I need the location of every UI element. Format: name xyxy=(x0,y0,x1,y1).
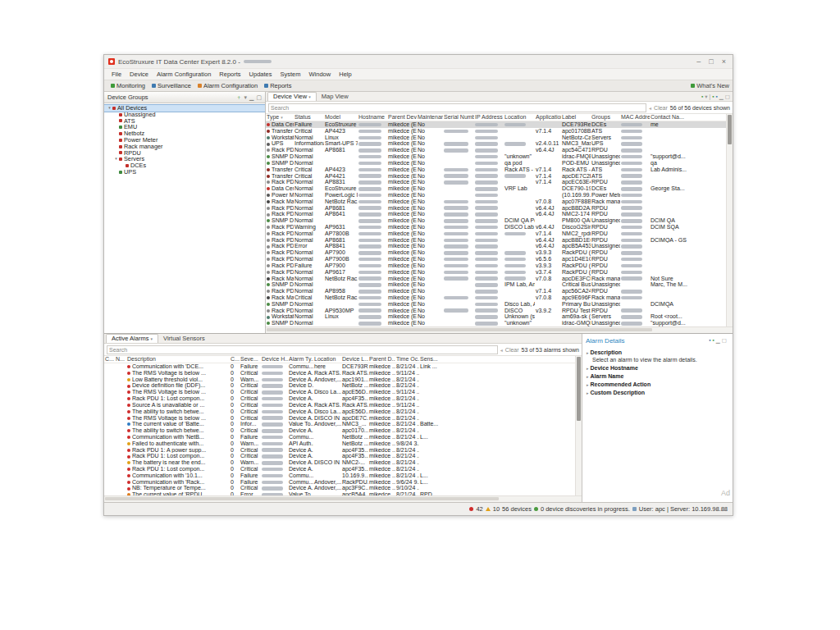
column-header[interactable]: Device H... xyxy=(261,356,288,363)
column-header[interactable]: Alarm Ty... xyxy=(288,356,313,363)
device-table-row[interactable]: Rack PDUNormalAP7900mikedce (Ec...Nov3.9… xyxy=(266,249,726,256)
device-table-row[interactable]: SNMP DeviNormalmikedce (Ec...NoDCIM QA P… xyxy=(266,217,726,224)
column-header[interactable]: Sens... xyxy=(419,356,575,363)
perspective-tab-alarm-configuration[interactable]: Alarm Configuration xyxy=(194,82,261,89)
device-table-row[interactable]: Rack PDUNormalAP9617mikedce (Ec...Nov3.7… xyxy=(266,269,726,276)
device-table-row[interactable]: Rack PDUErrorAP8841mikedce (Ec...Nov6.4.… xyxy=(266,243,726,249)
minimize-button[interactable]: – xyxy=(696,55,701,68)
alarm-table-row[interactable]: Rack PDU 1: A power supp...0CriticalDevi… xyxy=(104,447,575,454)
add-group-icon[interactable]: ＋ xyxy=(235,92,241,103)
device-table-row[interactable]: Rack PDUNormalAP8831mikedce (Ec...Nov7.1… xyxy=(266,179,726,185)
alarm-table-row[interactable]: The ability to switch betwe...0CriticalD… xyxy=(104,427,575,434)
column-header[interactable]: Parent Device xyxy=(387,114,417,121)
close-button[interactable]: × xyxy=(722,55,726,68)
menu-file[interactable]: File xyxy=(107,71,126,78)
column-header[interactable]: MAC Address xyxy=(620,114,650,121)
menu-updates[interactable]: Updates xyxy=(245,71,276,78)
column-header[interactable]: IP Address xyxy=(474,114,504,121)
add-device-icon[interactable]: ▪ xyxy=(701,93,703,101)
alarm-table-row[interactable]: Low Battery threshold viol...0Warn...Dev… xyxy=(104,377,575,383)
menu-window[interactable]: Window xyxy=(305,71,336,78)
perspective-tab-surveillance[interactable]: Surveillance xyxy=(148,82,194,89)
alarm-table-row[interactable]: Communication with 'Rack...0FailureCommu… xyxy=(104,479,575,486)
column-header[interactable]: Serial Number xyxy=(443,114,474,121)
refresh-icon[interactable]: ▪ xyxy=(712,93,714,101)
menu-alarm-configuration[interactable]: Alarm Configuration xyxy=(153,71,215,78)
column-header[interactable]: Parent D... xyxy=(368,356,395,363)
maximize-view-icon[interactable]: ▢ xyxy=(256,92,262,103)
alarm-table-row[interactable]: Device definition file (DDF)...0Critical… xyxy=(104,382,575,389)
column-header[interactable]: Status xyxy=(294,114,324,121)
device-table-row[interactable]: Rack ManagNormalNetBotz Rac...mikedce (E… xyxy=(266,276,726,282)
device-table-row[interactable]: Rack PDUNormalAP8681mikedce (Ec...Nov6.4… xyxy=(266,205,726,212)
menu-help[interactable]: Help xyxy=(335,71,355,78)
maximize-button[interactable]: □ xyxy=(709,55,713,68)
device-search-input[interactable] xyxy=(268,103,646,112)
minimize-pane-icon[interactable]: ▁ xyxy=(716,336,720,345)
column-header[interactable]: Label xyxy=(561,114,591,121)
alarm-search-input[interactable] xyxy=(107,345,498,354)
minimize-view-icon[interactable]: ▁ xyxy=(249,92,253,103)
column-header[interactable]: C... xyxy=(230,356,240,363)
filter-menu-icon[interactable]: ▾ xyxy=(705,93,707,101)
device-table-row[interactable]: Data CenterNormalEcoStruxure ...mikedce … xyxy=(266,185,726,192)
perspective-tab-monitoring[interactable]: Monitoring xyxy=(107,82,148,89)
column-header[interactable]: Location xyxy=(313,356,341,363)
device-table-row[interactable]: WorkstationNormalLinuxmikedce (Ec...NoNe… xyxy=(266,135,726,141)
device-table-row[interactable]: Rack PDUFailureAP7900mikedce (Ec...Nov3.… xyxy=(266,262,726,269)
device-table-row[interactable]: UPSInformationalSmart-UPS 7...mikedce (E… xyxy=(266,140,726,147)
tab-virtual-sensors[interactable]: Virtual Sensors xyxy=(158,335,210,343)
device-table-row[interactable]: Rack PDUNormalAP7800Bmikedce (Ec...Nov7.… xyxy=(266,231,726,237)
tab-active-alarms[interactable]: Active Alarms ▾ xyxy=(106,334,158,343)
column-header[interactable]: Time Oc... xyxy=(395,356,419,363)
device-table-row[interactable]: Rack PDUNormalAP8958mikedce (Ec...Nov7.1… xyxy=(266,288,726,294)
column-header[interactable]: Device L... xyxy=(341,356,368,363)
menu-device[interactable]: Device xyxy=(126,71,153,78)
tab-device-view[interactable]: Device View ▾ xyxy=(267,92,317,101)
column-header[interactable]: Seve... xyxy=(240,356,261,363)
column-header[interactable]: N... xyxy=(115,356,126,363)
device-table-row[interactable]: Data CenterFailureEcoStruxure ...mikedce… xyxy=(266,121,726,128)
maximize-pane-icon[interactable]: ▢ xyxy=(722,336,727,345)
alarm-table-row[interactable]: Rack PDU 1: Lost compon...0CriticalDevic… xyxy=(104,466,575,472)
device-table-row[interactable]: SNMP DeviNormalmikedce (Ec...No"unknown"… xyxy=(266,153,726,160)
column-header[interactable]: Hostname xyxy=(358,114,387,121)
column-header[interactable]: Groups xyxy=(591,114,620,121)
export-icon[interactable]: ▪ xyxy=(709,336,710,345)
column-header[interactable]: Description xyxy=(126,356,230,363)
alarm-table-row[interactable]: Source A is unavailable or ...0CriticalD… xyxy=(104,402,575,409)
column-header[interactable]: Contact Na... xyxy=(650,114,726,121)
alarm-table-row[interactable]: Communication with 'DCE...0FailureCommu.… xyxy=(104,363,575,370)
device-table-row[interactable]: Transfer SwiCriticalAP4421mikedce (Ec...… xyxy=(266,173,726,180)
pin-icon[interactable]: ▪ xyxy=(716,93,718,101)
device-table-row[interactable]: Rack PDUNormalAP7900Bmikedce (Ec...Nov6.… xyxy=(266,256,726,262)
alarm-table-vscrollbar[interactable] xyxy=(575,356,582,495)
history-icon[interactable]: ▪ xyxy=(713,336,714,345)
alarm-table-row[interactable]: The RMS Voltage is below ...0CriticalDev… xyxy=(104,415,575,422)
device-table-row[interactable]: WorkstationNormalLinuxmikedce (Ec...NoUn… xyxy=(266,313,726,320)
alarm-table-row[interactable]: The RMS Voltage is below ...0CriticalDev… xyxy=(104,370,575,377)
device-table-hscrollbar[interactable] xyxy=(266,326,733,333)
column-header[interactable]: Maintenanc... xyxy=(417,114,443,121)
device-table-row[interactable]: Rack PDUNormalAP8641mikedce (Ec...Nov6.4… xyxy=(266,211,726,217)
alarm-table-row[interactable]: The ability to switch betwe...0CriticalD… xyxy=(104,409,575,415)
perspective-tab-reports[interactable]: Reports xyxy=(261,82,294,89)
column-header[interactable]: Type ▾ xyxy=(266,114,294,121)
whats-new-link[interactable]: What's New xyxy=(691,82,729,89)
alarm-table-row[interactable]: Rack PDU 1: Lost compon...0CriticalDevic… xyxy=(104,395,575,402)
alarm-table-row[interactable]: The current value of 'Batte...0Infor...V… xyxy=(104,421,575,427)
alarm-table-row[interactable]: Communication with '10.1...0FailureCommu… xyxy=(104,472,575,479)
alarm-table-row[interactable]: NB: Temperature or Tempe...0CriticalDevi… xyxy=(104,485,575,491)
column-header[interactable]: Application ... xyxy=(535,114,561,121)
alarm-table-hscrollbar[interactable] xyxy=(104,495,582,502)
menu-system[interactable]: System xyxy=(276,71,305,78)
device-table-row[interactable]: Rack PDUWarningAP9631mikedce (Ec...NoDIS… xyxy=(266,224,726,231)
tab-map-view[interactable]: Map View xyxy=(317,93,354,101)
device-table-row[interactable]: Power MeteNormalPowerLogic I...mikedce (… xyxy=(266,192,726,199)
alarm-table-row[interactable]: The RMS Voltage is below ...0CriticalDev… xyxy=(104,389,575,395)
column-header[interactable]: C... xyxy=(104,356,115,363)
column-header[interactable]: Model xyxy=(324,114,358,121)
alarm-table-row[interactable]: The battery is near the end...0Warn...De… xyxy=(104,459,575,466)
tree-item-servers[interactable]: ▾Servers xyxy=(104,156,265,162)
device-table-vscrollbar[interactable] xyxy=(726,114,733,326)
